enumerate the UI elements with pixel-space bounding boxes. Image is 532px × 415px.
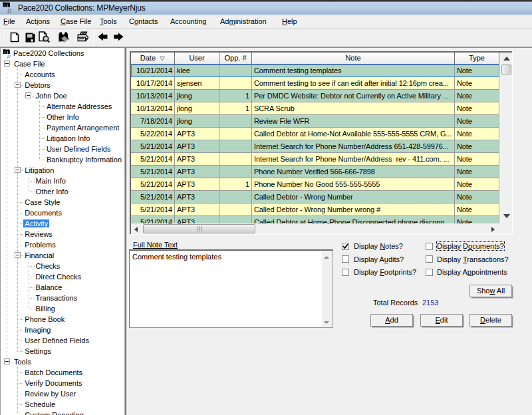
svg-text:p: p bbox=[7, 5, 12, 14]
svg-text:p: p bbox=[7, 51, 11, 59]
